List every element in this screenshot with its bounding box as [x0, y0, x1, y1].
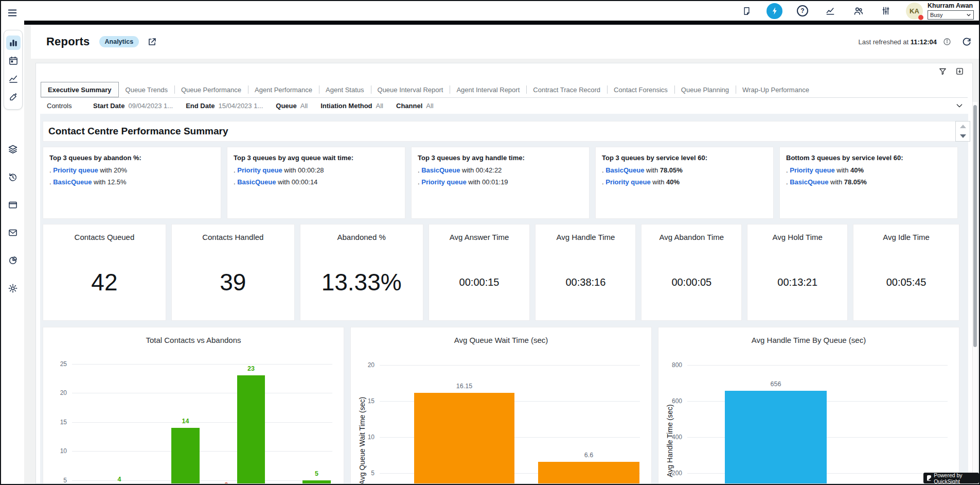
- insight-item: . BasicQueue with 00:00:14: [234, 178, 399, 186]
- tab-executive-summary[interactable]: Executive Summary: [41, 82, 119, 97]
- spinner-down-button[interactable]: [956, 131, 970, 141]
- summary-title-bar: Contact Centre Performance Summary: [43, 121, 959, 142]
- queue-link[interactable]: BasicQueue: [605, 166, 644, 174]
- chart-tile: Avg Queue Wait Time (sec)Avg Queue Wait …: [350, 327, 652, 483]
- quicksight-badge[interactable]: Powered by QuickSight: [923, 473, 979, 483]
- external-link-icon[interactable]: [147, 37, 157, 47]
- insight-value: 00:00:14: [292, 178, 318, 186]
- tab-queue-planning[interactable]: Queue Planning: [674, 82, 736, 97]
- scroll-spinner: [955, 121, 970, 142]
- info-icon[interactable]: [943, 38, 951, 46]
- help-icon[interactable]: ?: [795, 3, 810, 19]
- insight-value: 40%: [850, 166, 864, 174]
- queue-link[interactable]: Priority queue: [605, 178, 650, 186]
- calendar-icon[interactable]: [6, 54, 21, 68]
- mail-icon[interactable]: [6, 226, 20, 240]
- tab-queue-trends[interactable]: Queue Trends: [119, 82, 174, 97]
- insight-card: Top 3 queues by avg handle time:. BasicQ…: [411, 147, 590, 219]
- filter-label: Queue: [276, 102, 296, 110]
- status-value: Busy: [930, 12, 942, 18]
- bar: [171, 428, 200, 483]
- tab-agent-interval-report[interactable]: Agent Interval Report: [450, 82, 526, 97]
- vertical-scrollbar[interactable]: [972, 102, 977, 483]
- insight-item: . BasicQueue with 00:42:22: [418, 166, 583, 174]
- y-tick-label: 800: [658, 361, 682, 369]
- bolt-icon[interactable]: [767, 3, 782, 19]
- filter-icon[interactable]: [938, 67, 947, 76]
- chevron-down-icon[interactable]: [955, 101, 964, 110]
- queue-link[interactable]: Priority queue: [790, 166, 834, 174]
- tab-contact-forensics[interactable]: Contact Forensics: [607, 82, 674, 97]
- kpi-card: Contacts Handled39: [171, 224, 295, 321]
- bar: [237, 375, 265, 483]
- queue-link[interactable]: Priority queue: [53, 166, 98, 174]
- filter-label: Start Date: [93, 102, 124, 110]
- users-icon[interactable]: [850, 3, 866, 19]
- y-tick-label: 20: [43, 389, 67, 396]
- bar-chart-icon[interactable]: [6, 36, 21, 50]
- y-tick-label: 600: [658, 397, 682, 405]
- sliders-icon[interactable]: [878, 3, 894, 19]
- chart-tile: Total Contacts vs Abandons51015202541432…: [43, 327, 344, 483]
- bar-value-label: 23: [235, 365, 268, 372]
- y-tick-label: 10: [351, 434, 375, 441]
- filter-value[interactable]: All: [376, 102, 383, 110]
- avatar[interactable]: KA: [906, 3, 923, 20]
- refresh-icon[interactable]: [961, 37, 972, 47]
- insight-item: . BasicQueue with 78.05%: [602, 166, 767, 174]
- kpi-value: 13.33%: [300, 224, 423, 320]
- filter-value[interactable]: All: [426, 102, 433, 110]
- filter-value[interactable]: 15/04/2023 1...: [219, 102, 263, 110]
- line-chart-icon[interactable]: [6, 72, 21, 86]
- tab-agent-status[interactable]: Agent Status: [319, 82, 370, 97]
- queue-link[interactable]: Priority queue: [421, 178, 466, 186]
- bar-value-label: 656: [759, 380, 792, 388]
- brush-icon[interactable]: [6, 90, 21, 104]
- export-icon[interactable]: [955, 67, 964, 76]
- tab-queue-performance[interactable]: Queue Performance: [174, 82, 248, 97]
- queue-link[interactable]: BasicQueue: [53, 178, 92, 186]
- queue-link[interactable]: BasicQueue: [790, 178, 828, 186]
- filter-value[interactable]: All: [300, 102, 308, 110]
- insight-card: Bottom 3 queues by service level 60:. Pr…: [779, 147, 958, 219]
- summary-title: Contact Centre Performance Summary: [43, 126, 228, 137]
- scrollbar-thumb[interactable]: [973, 105, 977, 347]
- topbar-actions: ?KAKhurram AwanBusy: [739, 1, 976, 21]
- layers-icon[interactable]: [6, 142, 20, 157]
- tab-contract-trace-record[interactable]: Contract Trace Record: [526, 82, 607, 97]
- y-tick-label: 15: [43, 419, 67, 426]
- queue-link[interactable]: BasicQueue: [237, 178, 276, 186]
- chart-tile: Avg Handle Time By Queue (sec)Avg Handle…: [658, 327, 959, 483]
- filter-value[interactable]: 09/04/2023 1...: [128, 102, 173, 110]
- note-icon[interactable]: [739, 3, 754, 19]
- tab-queue-interval-report[interactable]: Queue Interval Report: [371, 82, 450, 97]
- bar-value-label: 6.6: [573, 452, 605, 459]
- status-select[interactable]: Busy: [928, 10, 974, 20]
- y-tick-label: 5: [351, 470, 375, 477]
- insight-item: . Priority queue with 00:01:19: [418, 178, 583, 186]
- spinner-up-button[interactable]: [956, 122, 970, 131]
- history-icon[interactable]: [6, 170, 20, 184]
- page-title: Reports: [46, 35, 90, 48]
- gear-icon[interactable]: [6, 281, 20, 296]
- gridline: [72, 422, 332, 423]
- hamburger-menu-icon[interactable]: [7, 7, 18, 19]
- triangle-up-icon: [960, 125, 966, 128]
- tab-wrap-up-performance[interactable]: Wrap-Up Performance: [736, 82, 816, 97]
- controls-label: Controls: [47, 102, 93, 110]
- trend-icon[interactable]: [823, 3, 838, 19]
- kpi-card: Contacts Queued42: [43, 224, 166, 321]
- kpi-value: 42: [43, 224, 166, 320]
- queue-link[interactable]: Priority queue: [237, 166, 282, 174]
- kpi-value: 00:00:15: [429, 224, 530, 320]
- queue-link[interactable]: BasicQueue: [421, 166, 460, 174]
- insight-card: Top 3 queues by abandon %:. Priority que…: [43, 147, 221, 219]
- insight-card-title: Top 3 queues by abandon %:: [49, 154, 215, 162]
- insight-card: Top 3 queues by avg queue wait time:. Pr…: [227, 147, 405, 219]
- kpi-card: Avg Idle Time00:05:45: [853, 224, 959, 321]
- pie-icon[interactable]: [6, 253, 20, 268]
- tab-agent-performance[interactable]: Agent Performance: [248, 82, 319, 97]
- window-icon[interactable]: [6, 198, 20, 212]
- bar: [725, 391, 827, 483]
- panel-tools: [938, 67, 964, 76]
